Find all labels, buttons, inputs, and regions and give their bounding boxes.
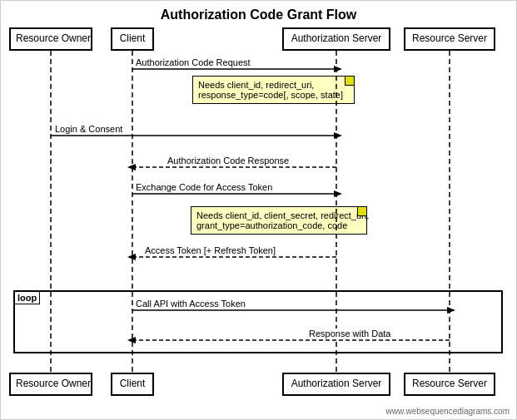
svg-marker-13	[127, 254, 136, 260]
svg-marker-11	[334, 190, 342, 197]
label-exchange-code: Exchange Code for Access Token	[136, 182, 272, 192]
actor-auth-server-top: Authorization Server	[282, 27, 390, 51]
svg-marker-7	[334, 132, 342, 139]
actor-resource-server-bottom: Resource Server	[404, 373, 495, 396]
label-call-api: Call API with Access Token	[136, 299, 246, 309]
label-auth-code-request: Authorization Code Request	[136, 57, 251, 67]
loop-box: loop	[13, 290, 503, 353]
loop-label: loop	[14, 291, 40, 304]
actor-resource-owner-bottom: Resource Owner	[9, 373, 92, 396]
actor-auth-server-bottom: Authorization Server	[282, 373, 390, 396]
label-login-consent: Login & Consent	[55, 124, 122, 134]
svg-marker-9	[127, 164, 136, 170]
actor-resource-server-top: Resource Server	[404, 27, 495, 51]
note-auth-code-request: Needs client_id, redirect_uri, response_…	[192, 76, 355, 104]
label-auth-code-response: Authorization Code Response	[167, 156, 289, 166]
svg-marker-5	[334, 66, 342, 72]
actor-client-top: Client	[111, 27, 154, 51]
diagram-title: Authorization Code Grant Flow	[1, 1, 516, 22]
diagram: Authorization Code Grant Flow Resource O…	[0, 0, 517, 420]
actor-client-bottom: Client	[111, 373, 154, 396]
note-exchange-code: Needs client_id, client_secret, redirect…	[191, 206, 367, 235]
label-access-token: Access Token [+ Refresh Token]	[145, 245, 276, 255]
watermark: www.websequencediagrams.com	[386, 407, 510, 416]
label-response-data: Response with Data	[309, 329, 390, 338]
actor-resource-owner-top: Resource Owner	[9, 27, 92, 51]
